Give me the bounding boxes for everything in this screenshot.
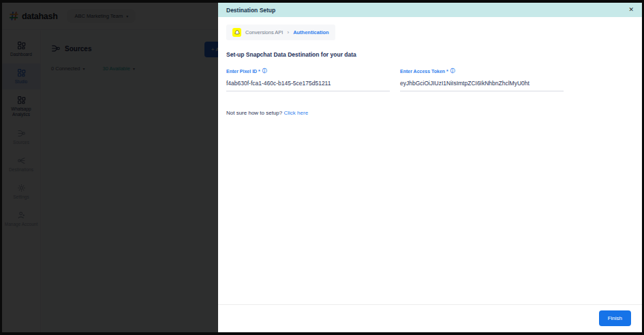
breadcrumb-source: Conversions API — [245, 29, 283, 35]
close-icon[interactable]: ✕ — [628, 7, 634, 13]
breadcrumb-separator-icon: › — [287, 29, 289, 35]
breadcrumb: Conversions API › Authentication — [226, 25, 335, 40]
modal-title: Destination Setup — [226, 7, 275, 14]
destination-setup-modal: Destination Setup ✕ Conversions API › Au… — [218, 3, 642, 332]
pixel-id-field: Enter Pixel ID * ⓘ f4ab630f-fca1-460c-b1… — [226, 68, 390, 91]
setup-heading: Set-up Snapchat Data Destination for you… — [226, 51, 634, 58]
snapchat-icon — [232, 28, 241, 37]
pixel-id-label: Enter Pixel ID * ⓘ — [226, 68, 390, 74]
setup-help-text: Not sure how to setup? — [226, 110, 282, 116]
access-token-label-text: Enter Access Token * — [400, 69, 448, 74]
modal-footer: Finish — [218, 304, 642, 332]
pixel-id-label-text: Enter Pixel ID * — [226, 69, 260, 74]
access-token-input[interactable]: eyJhbGciOiJIUzI1NiIsImtpZCI6IkNhbnZhclMy… — [400, 80, 564, 91]
info-icon[interactable]: ⓘ — [262, 68, 267, 74]
credential-fields: Enter Pixel ID * ⓘ f4ab630f-fca1-460c-b1… — [226, 68, 634, 91]
app-window: datahash ABC Marketing Team ▾ Dashboard — [0, 0, 644, 335]
finish-button[interactable]: Finish — [599, 310, 631, 326]
setup-help-link[interactable]: Click here — [284, 110, 309, 116]
access-token-field: Enter Access Token * ⓘ eyJhbGciOiJIUzI1N… — [400, 68, 564, 91]
modal-body: Conversions API › Authentication Set-up … — [218, 17, 642, 304]
setup-help: Not sure how to setup? Click here — [226, 110, 634, 116]
pixel-id-input[interactable]: f4ab630f-fca1-460c-b145-5ce175d51211 — [226, 80, 390, 91]
info-icon[interactable]: ⓘ — [450, 68, 455, 74]
modal-header: Destination Setup ✕ — [218, 3, 642, 17]
access-token-label: Enter Access Token * ⓘ — [400, 68, 564, 74]
breadcrumb-current-authentication[interactable]: Authentication — [293, 29, 329, 35]
